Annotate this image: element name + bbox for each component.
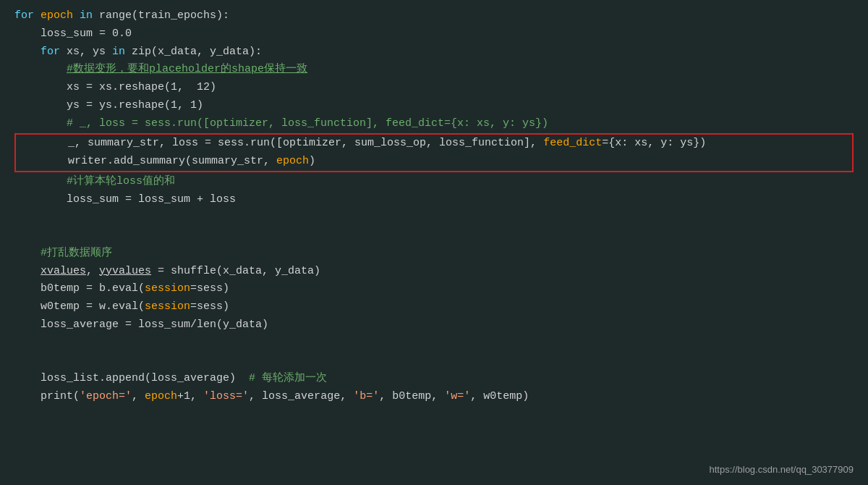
code-line-2: loss_sum = 0.0 — [14, 25, 854, 43]
bottom-link: https://blog.csdn.net/qq_30377909 — [710, 463, 854, 478]
code-line-5: xs = xs.reshape(1, 12) — [14, 79, 854, 97]
code-line-3: for xs, ys in zip(x_data, y_data): — [14, 43, 854, 62]
code-line-empty2 — [14, 227, 854, 245]
code-line-8: _, summary_str, loss = sess.run([optimiz… — [16, 135, 852, 153]
code-line-empty4 — [14, 352, 854, 370]
code-line-empty1 — [14, 208, 854, 227]
code-line-9: writer.add_summary(summary_str, epoch) — [16, 153, 852, 171]
code-container: for epoch in range(train_epochs): loss_s… — [0, 0, 868, 485]
code-line-11: loss_sum = loss_sum + loss — [14, 191, 854, 209]
code-line-1: for epoch in range(train_epochs): — [14, 7, 854, 25]
code-line-18: loss_average = loss_sum/len(y_data) — [14, 316, 854, 334]
code-line-21: loss_list.append(loss_average) # 每轮添加一次 — [14, 370, 854, 388]
code-line-17: w0temp = w.eval(session=sess) — [14, 298, 854, 316]
code-line-7-comment: # _, loss = sess.run([optimizer, loss_fu… — [14, 115, 854, 133]
code-line-14-comment: #打乱数据顺序 — [14, 245, 854, 263]
code-line-22: print('epoch=', epoch+1, 'loss=', loss_a… — [14, 388, 854, 406]
code-line-15: xvalues, yyvalues = shuffle(x_data, y_da… — [14, 263, 854, 281]
code-line-empty3 — [14, 334, 854, 353]
code-line-6: ys = ys.reshape(1, 1) — [14, 97, 854, 115]
code-line-4-comment: #数据变形，要和placeholder的shape保持一致 — [14, 61, 854, 79]
code-line-10-comment: #计算本轮loss值的和 — [14, 173, 854, 191]
code-line-16: b0temp = b.eval(session=sess) — [14, 280, 854, 298]
highlighted-block: _, summary_str, loss = sess.run([optimiz… — [14, 133, 854, 172]
